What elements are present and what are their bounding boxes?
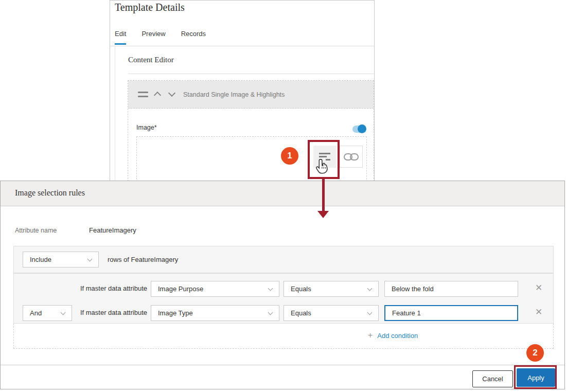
tab-edit[interactable]: Edit xyxy=(115,30,126,38)
dialog-header: Image selection rules xyxy=(1,181,564,206)
include-rule-row: Include rows of FeatureImagery xyxy=(13,246,554,273)
chevron-down-icon xyxy=(367,310,373,315)
dialog-title: Image selection rules xyxy=(15,188,85,198)
condition-row: And If master data attribute Image Type … xyxy=(14,300,553,323)
chevron-down-icon xyxy=(268,310,273,315)
include-select[interactable]: Include xyxy=(23,252,99,268)
template-details-panel: Template Details Edit Preview Records Co… xyxy=(110,0,375,181)
content-module: Standard Single Image & Highlights Image… xyxy=(128,80,374,181)
drag-handle-icon[interactable] xyxy=(138,92,148,100)
image-field-label: Image* xyxy=(136,124,157,131)
image-selection-rules-dialog: Image selection rules Attribute name Fea… xyxy=(0,181,565,389)
attribute-name-label: Attribute name xyxy=(15,227,57,234)
condition-prefix-label: If master data attribute xyxy=(65,284,147,292)
module-title: Standard Single Image & Highlights xyxy=(183,91,285,98)
move-down-button[interactable] xyxy=(167,90,176,99)
operator-select[interactable]: Equals xyxy=(284,305,379,321)
conditions-group: If master data attribute Image Purpose E… xyxy=(13,273,554,324)
include-suffix-text: rows of FeatureImagery xyxy=(108,256,178,263)
link-icon xyxy=(344,153,359,161)
add-condition-link[interactable]: + Add condition xyxy=(368,331,418,340)
add-condition-label: Add condition xyxy=(377,332,418,340)
conjunction-select[interactable]: And xyxy=(23,305,72,321)
move-up-button[interactable] xyxy=(153,90,162,99)
active-tab-underline xyxy=(115,43,126,45)
tab-bar: Edit Preview Records xyxy=(115,30,206,38)
module-header-bar: Standard Single Image & Highlights xyxy=(128,81,374,109)
tab-preview[interactable]: Preview xyxy=(142,30,165,38)
section-divider xyxy=(128,74,374,74)
selection-rules-button[interactable] xyxy=(313,146,337,168)
screenshot-stage: Template Details Edit Preview Records Co… xyxy=(0,0,566,392)
chevron-down-icon xyxy=(268,286,273,291)
remove-condition-button[interactable]: ✕ xyxy=(533,281,545,295)
apply-button[interactable]: Apply xyxy=(517,368,555,387)
chevron-up-icon xyxy=(154,92,161,99)
condition-value-input[interactable] xyxy=(384,305,518,321)
include-select-value: Include xyxy=(30,256,51,263)
conjunction-select-value: And xyxy=(30,309,42,317)
dialog-footer: Cancel Apply xyxy=(1,365,564,389)
selection-rules-icon xyxy=(319,153,331,162)
chevron-down-icon xyxy=(168,90,175,97)
chevron-down-icon xyxy=(61,310,66,315)
attribute-select[interactable]: Image Purpose xyxy=(151,281,279,297)
image-field-toggle[interactable] xyxy=(352,126,365,133)
toggle-knob xyxy=(358,124,366,133)
remove-condition-button[interactable]: ✕ xyxy=(533,306,545,319)
plus-icon: + xyxy=(368,331,373,340)
image-dropzone xyxy=(136,136,367,181)
chevron-down-icon xyxy=(367,286,373,291)
tab-records[interactable]: Records xyxy=(181,30,206,38)
chevron-down-icon xyxy=(87,256,93,261)
section-title: Content Editor xyxy=(128,56,174,64)
add-condition-row: + Add condition xyxy=(13,324,554,349)
attribute-select-value: Image Type xyxy=(158,309,193,317)
attribute-name-value: FeatureImagery xyxy=(89,226,136,234)
operator-select-value: Equals xyxy=(291,285,311,293)
cancel-button[interactable]: Cancel xyxy=(472,370,513,387)
operator-select[interactable]: Equals xyxy=(284,281,379,297)
condition-prefix-label: If master data attribute xyxy=(65,309,147,316)
link-attribute-button[interactable] xyxy=(340,146,363,168)
tab-content-area: Content Editor Standard Single Image & H… xyxy=(115,46,374,181)
condition-value-input[interactable] xyxy=(384,281,518,297)
page-title: Template Details xyxy=(115,2,185,13)
attribute-select[interactable]: Image Type xyxy=(151,305,279,321)
operator-select-value: Equals xyxy=(291,309,311,317)
condition-row: If master data attribute Image Purpose E… xyxy=(14,276,553,299)
attribute-select-value: Image Purpose xyxy=(158,285,203,293)
